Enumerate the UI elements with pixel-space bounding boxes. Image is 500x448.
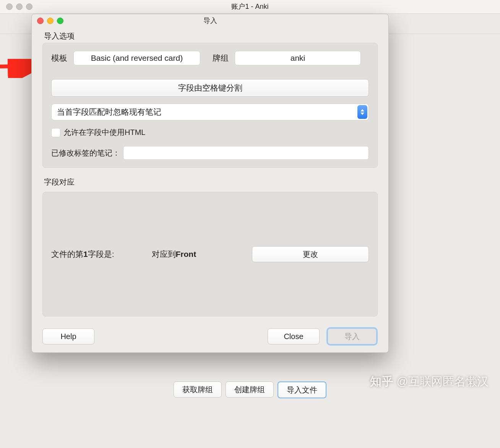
- deck-label: 牌组: [213, 53, 229, 63]
- dialog-traffic-lights: [37, 18, 63, 24]
- field-map-source: 文件的第1字段是:: [51, 249, 152, 260]
- import-dialog: 导入 导入选项 模板 Basic (and reversed card) 牌组 …: [31, 14, 389, 353]
- minimize-icon[interactable]: [16, 3, 23, 10]
- import-options-group: 模板 Basic (and reversed card) 牌组 anki 字段由…: [42, 43, 378, 168]
- field-map-target: 对应到Front: [152, 249, 252, 260]
- zhihu-logo-text: 知乎: [370, 374, 394, 390]
- dialog-title: 导入: [203, 17, 217, 24]
- watermark: 知乎 @互联网匿名懒汉: [370, 374, 489, 390]
- minimize-icon[interactable]: [47, 18, 54, 24]
- allow-html-checkbox[interactable]: [51, 128, 60, 137]
- import-button[interactable]: 导入: [326, 327, 378, 346]
- watermark-handle: @互联网匿名懒汉: [397, 374, 489, 390]
- template-label: 模板: [51, 53, 67, 63]
- change-mapping-button[interactable]: 更改: [252, 246, 369, 262]
- main-traffic-lights: [6, 3, 32, 10]
- allow-html-label: 允许在字段中使用HTML: [63, 127, 145, 138]
- close-icon[interactable]: [37, 18, 44, 24]
- create-deck-button[interactable]: 创建牌组: [226, 381, 274, 398]
- zoom-icon[interactable]: [57, 18, 63, 24]
- deck-select[interactable]: anki: [235, 51, 361, 65]
- template-select[interactable]: Basic (and reversed card): [73, 51, 200, 65]
- modified-tags-input[interactable]: [123, 146, 369, 160]
- dialog-titlebar: 导入: [32, 14, 388, 27]
- modified-tags-label: 已修改标签的笔记：: [51, 148, 120, 158]
- get-decks-button[interactable]: 获取牌组: [174, 381, 222, 398]
- dialog-footer: Help Close 导入: [42, 327, 378, 346]
- duplicate-policy-value: 当首字段匹配时忽略现有笔记: [57, 107, 161, 117]
- import-options-label: 导入选项: [42, 27, 378, 43]
- duplicate-policy-select[interactable]: 当首字段匹配时忽略现有笔记: [51, 104, 369, 120]
- import-file-button[interactable]: 导入文件: [278, 381, 326, 398]
- main-titlebar: 账户1 - Anki: [0, 0, 500, 14]
- field-mapping-group: 文件的第1字段是: 对应到Front 更改: [42, 192, 378, 317]
- close-icon[interactable]: [6, 3, 13, 10]
- main-window-title: 账户1 - Anki: [231, 3, 268, 10]
- chevron-up-down-icon: [357, 105, 367, 119]
- field-mapping-label: 字段对应: [42, 173, 378, 189]
- help-button[interactable]: Help: [42, 328, 94, 344]
- close-button[interactable]: Close: [268, 328, 320, 344]
- zoom-icon[interactable]: [26, 3, 32, 10]
- separator-button[interactable]: 字段由空格键分割: [51, 79, 369, 97]
